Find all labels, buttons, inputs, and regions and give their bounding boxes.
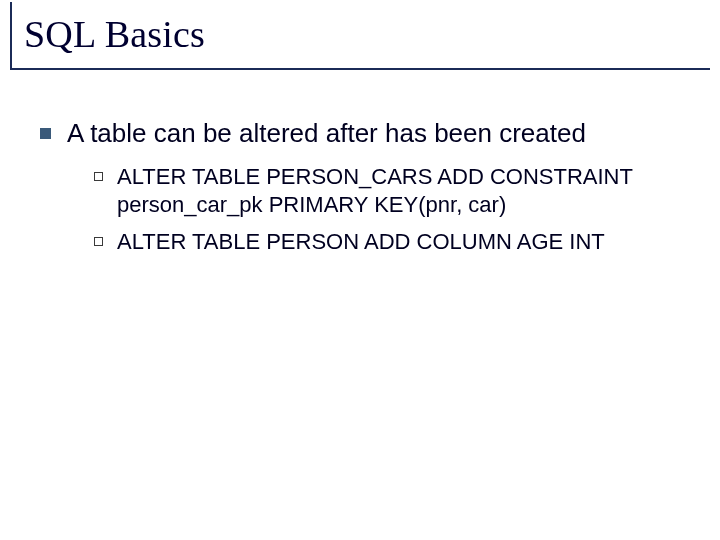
title-area: SQL Basics — [24, 12, 696, 62]
bullet-level2: ALTER TABLE PERSON ADD COLUMN AGE INT — [94, 228, 680, 257]
square-bullet-icon — [40, 128, 51, 139]
slide: SQL Basics A table can be altered after … — [0, 0, 720, 540]
title-rule-vertical — [10, 2, 12, 68]
slide-body: A table can be altered after has been cr… — [40, 118, 680, 264]
bullet-level1: A table can be altered after has been cr… — [40, 118, 680, 149]
bullet-level2: ALTER TABLE PERSON_CARS ADD CONSTRAINT p… — [94, 163, 680, 220]
hollow-square-bullet-icon — [94, 172, 103, 181]
slide-title: SQL Basics — [24, 12, 696, 56]
bullet-level2-list: ALTER TABLE PERSON_CARS ADD CONSTRAINT p… — [94, 163, 680, 257]
bullet-level2-text: ALTER TABLE PERSON_CARS ADD CONSTRAINT p… — [117, 163, 680, 220]
hollow-square-bullet-icon — [94, 237, 103, 246]
title-rule — [10, 68, 710, 70]
bullet-level1-text: A table can be altered after has been cr… — [67, 118, 586, 149]
bullet-level2-text: ALTER TABLE PERSON ADD COLUMN AGE INT — [117, 228, 605, 257]
